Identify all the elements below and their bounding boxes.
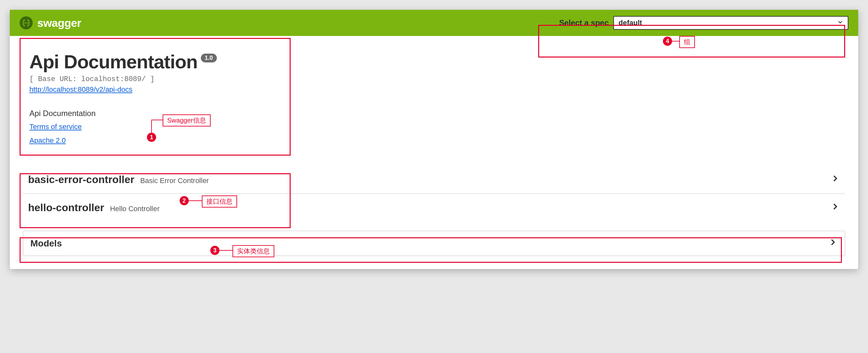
models-title: Models bbox=[30, 238, 62, 249]
annotation-badge-1: 1 bbox=[147, 133, 156, 142]
chevron-right-icon bbox=[831, 202, 840, 213]
tos-link[interactable]: Terms of service bbox=[29, 123, 82, 131]
controller-name: basic-error-controller bbox=[28, 174, 134, 186]
spec-selector-area: Select a spec default bbox=[559, 16, 848, 30]
swagger-ui-window: swagger Select a spec default 4 组 Api Do… bbox=[10, 10, 858, 269]
controller-row-left: basic-error-controllerBasic Error Contro… bbox=[28, 174, 209, 186]
annotation-connector-3h bbox=[219, 250, 232, 251]
annotation-connector-4 bbox=[672, 41, 679, 41]
chevron-down-icon bbox=[837, 19, 843, 27]
chevron-right-icon bbox=[829, 238, 838, 249]
controller-row[interactable]: basic-error-controllerBasic Error Contro… bbox=[23, 166, 845, 194]
topbar: swagger Select a spec default bbox=[10, 10, 858, 36]
annotation-tag-2: 接口信息 bbox=[202, 196, 237, 208]
spec-selected-value: default bbox=[619, 19, 642, 27]
api-description: Api Documentation bbox=[29, 109, 839, 118]
controller-desc: Hello Controller bbox=[110, 205, 160, 213]
controller-name: hello-controller bbox=[28, 202, 104, 214]
annotation-badge-4: 4 bbox=[663, 37, 672, 46]
spec-select[interactable]: default bbox=[613, 16, 848, 30]
api-info-section: Api Documentation 1.0 [ Base URL: localh… bbox=[23, 42, 845, 153]
api-version-badge: 1.0 bbox=[201, 54, 217, 62]
spec-label: Select a spec bbox=[559, 18, 609, 27]
swagger-logo-icon bbox=[20, 16, 33, 29]
brand-label: swagger bbox=[37, 17, 81, 29]
api-title: Api Documentation bbox=[29, 52, 197, 71]
controller-row[interactable]: hello-controllerHello Controller bbox=[23, 194, 845, 222]
svg-point-1 bbox=[26, 22, 27, 23]
brand: swagger bbox=[20, 16, 81, 29]
annotation-connector-1h bbox=[151, 120, 163, 120]
page-body: Api Documentation 1.0 [ Base URL: localh… bbox=[10, 36, 858, 269]
models-section[interactable]: Models bbox=[23, 231, 845, 256]
license-link[interactable]: Apache 2.0 bbox=[29, 136, 66, 144]
annotation-badge-2: 2 bbox=[180, 196, 189, 205]
annotation-connector-2h bbox=[189, 200, 202, 201]
annotation-connector-1v bbox=[151, 120, 152, 133]
controllers-section: basic-error-controllerBasic Error Contro… bbox=[23, 166, 845, 222]
controller-desc: Basic Error Controller bbox=[140, 177, 209, 185]
api-docs-link[interactable]: http://localhost:8089/v2/api-docs bbox=[29, 85, 132, 93]
annotation-badge-3: 3 bbox=[210, 246, 219, 255]
annotation-tag-1: Swagger信息 bbox=[163, 114, 211, 126]
api-base-url: [ Base URL: localhost:8089/ ] bbox=[29, 75, 839, 83]
svg-point-0 bbox=[24, 22, 25, 23]
controller-row-left: hello-controllerHello Controller bbox=[28, 202, 160, 214]
annotation-tag-4: 组 bbox=[679, 36, 695, 48]
chevron-right-icon bbox=[831, 174, 840, 185]
svg-point-2 bbox=[27, 22, 28, 23]
annotation-tag-3: 实体类信息 bbox=[232, 245, 274, 257]
